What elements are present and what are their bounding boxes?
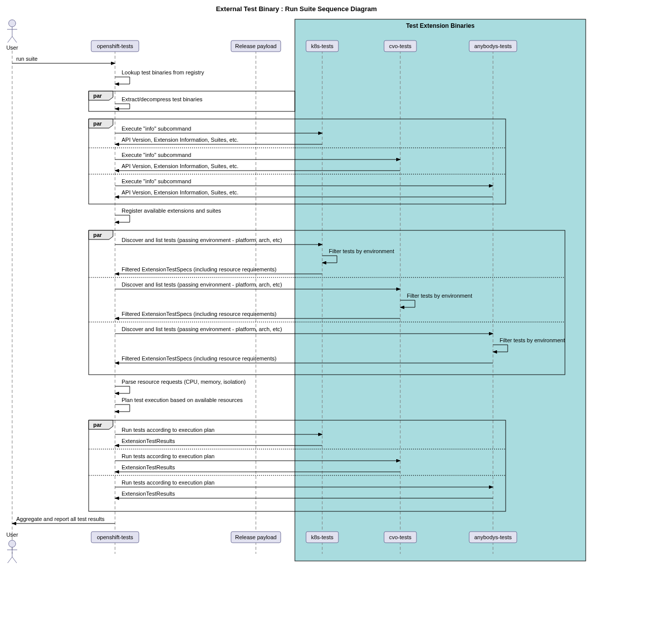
svg-text:ExtensionTestResults: ExtensionTestResults bbox=[122, 438, 175, 444]
participant-openshift-top: openshift-tests bbox=[91, 41, 139, 52]
svg-text:Discover and list tests (passi: Discover and list tests (passing environ… bbox=[122, 237, 282, 243]
svg-text:anybodys-tests: anybodys-tests bbox=[474, 534, 512, 540]
par-label-2: par bbox=[93, 120, 102, 127]
svg-text:Run tests according to executi: Run tests according to execution plan bbox=[122, 453, 214, 459]
svg-text:Discover and list tests (passi: Discover and list tests (passing environ… bbox=[122, 326, 282, 332]
svg-text:Filter tests by environment: Filter tests by environment bbox=[329, 248, 394, 254]
svg-text:Filtered ExtensionTestSpecs (i: Filtered ExtensionTestSpecs (including r… bbox=[122, 311, 277, 317]
svg-text:Execute "info" subcommand: Execute "info" subcommand bbox=[122, 126, 191, 132]
svg-text:Filter tests by environment: Filter tests by environment bbox=[500, 337, 565, 343]
svg-line-74 bbox=[12, 557, 17, 563]
svg-line-73 bbox=[8, 557, 12, 563]
svg-text:cvo-tests: cvo-tests bbox=[389, 43, 412, 49]
msg-run-suite: run suite bbox=[16, 56, 37, 62]
svg-text:openshift-tests: openshift-tests bbox=[97, 43, 133, 49]
svg-text:ExtensionTestResults: ExtensionTestResults bbox=[122, 464, 175, 470]
svg-line-9 bbox=[8, 36, 12, 43]
msg-parse: Parse resource requests (CPU, memory, is… bbox=[122, 379, 246, 385]
participant-cvo-top: cvo-tests bbox=[384, 41, 416, 52]
extension-group-label: Test Extension Binaries bbox=[406, 22, 474, 29]
svg-line-10 bbox=[12, 36, 17, 43]
msg-lookup: Lookup test binaries from registry bbox=[122, 69, 204, 75]
msg-aggregate: Aggregate and report all test results bbox=[16, 516, 105, 522]
msg-plan: Plan test execution based on available r… bbox=[122, 397, 243, 403]
svg-text:cvo-tests: cvo-tests bbox=[389, 534, 412, 540]
extension-group-bg bbox=[295, 19, 586, 561]
svg-text:k8s-tests: k8s-tests bbox=[311, 534, 334, 540]
par-label-3: par bbox=[93, 232, 102, 238]
par-label-4: par bbox=[93, 422, 102, 428]
msg-register: Register available extensions and suites bbox=[122, 208, 221, 214]
svg-text:Discover and list tests (passi: Discover and list tests (passing environ… bbox=[122, 281, 282, 288]
diagram-title: External Test Binary : Run Suite Sequenc… bbox=[216, 5, 377, 13]
svg-text:API Version, Extension Informa: API Version, Extension Information, Suit… bbox=[122, 163, 239, 169]
sequence-diagram: External Test Binary : Run Suite Sequenc… bbox=[0, 0, 646, 644]
svg-text:API Version, Extension Informa: API Version, Extension Information, Suit… bbox=[122, 137, 239, 143]
svg-point-70 bbox=[9, 540, 16, 547]
participant-anybodys-top: anybodys-tests bbox=[469, 41, 517, 52]
svg-text:ExtensionTestResults: ExtensionTestResults bbox=[122, 491, 175, 497]
svg-text:API Version, Extension Informa: API Version, Extension Information, Suit… bbox=[122, 189, 239, 195]
svg-text:Filter tests by environment: Filter tests by environment bbox=[407, 293, 472, 299]
svg-text:Execute "info" subcommand: Execute "info" subcommand bbox=[122, 178, 191, 184]
svg-text:Release payload: Release payload bbox=[235, 43, 277, 49]
svg-text:User: User bbox=[6, 45, 18, 51]
svg-text:k8s-tests: k8s-tests bbox=[311, 43, 334, 49]
msg-extract: Extract/decompress test binaries bbox=[122, 96, 203, 102]
svg-text:Filtered ExtensionTestSpecs (i: Filtered ExtensionTestSpecs (including r… bbox=[122, 355, 277, 361]
actor-user-top: User bbox=[6, 20, 18, 51]
svg-text:Run tests according to executi: Run tests according to execution plan bbox=[122, 479, 214, 486]
participant-k8s-top: k8s-tests bbox=[306, 41, 338, 52]
svg-text:openshift-tests: openshift-tests bbox=[97, 534, 133, 540]
svg-text:anybodys-tests: anybodys-tests bbox=[474, 43, 512, 49]
actor-user-bottom bbox=[7, 540, 17, 563]
svg-text:User: User bbox=[6, 532, 18, 538]
par-label-1: par bbox=[93, 93, 102, 99]
svg-text:Release payload: Release payload bbox=[235, 534, 277, 540]
svg-text:Run tests according to executi: Run tests according to execution plan bbox=[122, 427, 214, 433]
svg-point-6 bbox=[9, 20, 16, 27]
svg-text:Execute "info" subcommand: Execute "info" subcommand bbox=[122, 152, 191, 158]
svg-text:Filtered ExtensionTestSpecs (i: Filtered ExtensionTestSpecs (including r… bbox=[122, 266, 277, 272]
participant-release-top: Release payload bbox=[231, 41, 281, 52]
